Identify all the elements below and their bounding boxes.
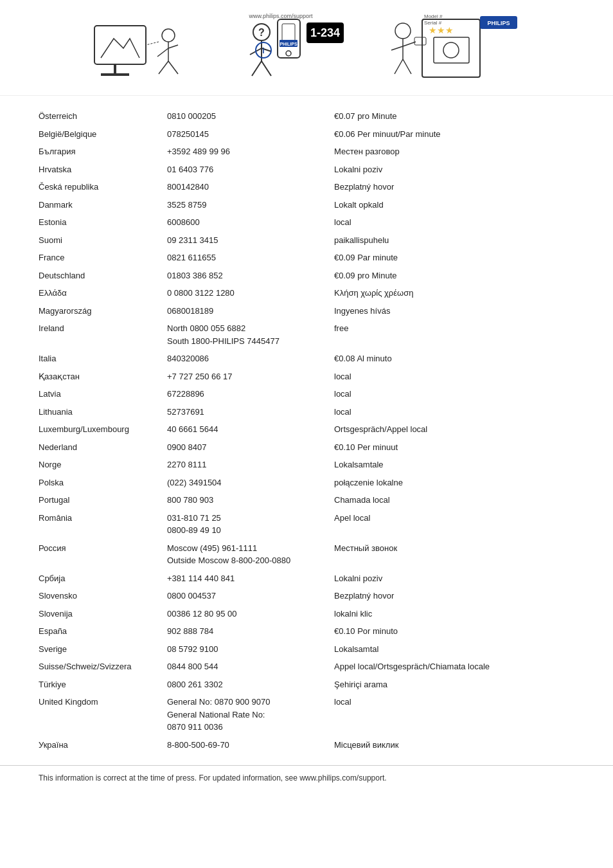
country-cell: Nederland (39, 439, 167, 457)
footer-note: This information is correct at the time … (0, 765, 613, 794)
table-row: България+3592 489 99 96Местен разговор (39, 143, 574, 161)
table-row: РоссияMoscow (495) 961-1111Outside Mosco… (39, 539, 574, 570)
rate-cell: €0.07 pro Minute (334, 107, 574, 125)
country-cell: Magyarország (39, 302, 167, 320)
country-cell: Česká republika (39, 178, 167, 196)
svg-text:i: i (262, 46, 264, 55)
phone-cell: 0 0800 3122 1280 (167, 284, 334, 302)
table-row: Slovensko0800 004537Bezplatný hovor (39, 587, 574, 605)
rate-cell: Місцевий виклик (334, 736, 574, 754)
country-cell: Estonia (39, 213, 167, 231)
table-row: Danmark3525 8759Lokalt opkald (39, 196, 574, 214)
rate-cell: Bezplatný hovor (334, 587, 574, 605)
table-row: Česká republika800142840Bezplatný hovor (39, 178, 574, 196)
right-figure: ★★★ PHILIPS Model # Serial # (391, 14, 517, 77)
table-row: Polska(022) 3491504połączenie lokalne (39, 474, 574, 492)
table-row: IrelandNorth 0800 055 6882South 1800-PHI… (39, 320, 574, 350)
phone-cell: 67228896 (167, 385, 334, 403)
left-figure (94, 26, 178, 76)
svg-text:www.philips.com/support: www.philips.com/support (248, 13, 313, 19)
phone-cell: +7 727 250 66 17 (167, 368, 334, 386)
rate-cell: Ingyenes hívás (334, 302, 574, 320)
table-row: Luxemburg/Luxembourg40 6661 5644Ortsgesp… (39, 420, 574, 439)
country-cell: España (39, 622, 167, 640)
rate-cell: lokalni klic (334, 605, 574, 623)
table-row: Österreich0810 000205€0.07 pro Minute (39, 107, 574, 125)
phone-cell: Moscow (495) 961-1111Outside Moscow 8-80… (167, 539, 334, 570)
center-figure: ? www.philips.com/support 1-234 PHILIPS … (248, 13, 344, 76)
phone-cell: 0680018189 (167, 302, 334, 320)
rate-cell: €0.06 Per minuut/Par minute (334, 125, 574, 143)
svg-text:Model #: Model # (424, 14, 443, 19)
svg-text:Serial #: Serial # (424, 20, 442, 26)
phone-cell: 0821 611655 (167, 249, 334, 267)
country-cell: France (39, 249, 167, 267)
rate-cell: Appel local/Ortsgespräch/Chiamata locale (334, 658, 574, 676)
table-row: Hrvatska01 6403 776Lokalni poziv (39, 161, 574, 179)
phone-cell: 800142840 (167, 178, 334, 196)
rate-cell: local (334, 213, 574, 231)
table-row: Deutschland01803 386 852€0.09 pro Minute (39, 267, 574, 285)
rate-cell: Apel local (334, 509, 574, 539)
table-row: France0821 611655€0.09 Par minute (39, 249, 574, 267)
svg-point-31 (443, 42, 459, 58)
rate-cell: local (334, 403, 574, 421)
country-cell: Україна (39, 736, 167, 754)
country-cell: Latvia (39, 385, 167, 403)
phone-cell: +381 114 440 841 (167, 570, 334, 588)
svg-line-7 (159, 61, 168, 74)
rate-cell: €0.09 Par minute (334, 249, 574, 267)
svg-rect-1 (114, 64, 116, 73)
table-row: Sverige08 5792 9100Lokalsamtal (39, 640, 574, 658)
svg-point-36 (395, 23, 411, 39)
country-cell: Hrvatska (39, 161, 167, 179)
svg-line-16 (262, 61, 271, 76)
table-row: United KingdomGeneral No: 0870 900 9070G… (39, 693, 574, 736)
country-cell: Österreich (39, 107, 167, 125)
svg-rect-2 (101, 73, 129, 76)
rate-cell: Lokalni poziv (334, 161, 574, 179)
phone-cell: 8-800-500-69-70 (167, 736, 334, 754)
rate-cell: €0.10 Per minuut (334, 439, 574, 457)
phone-cell: General No: 0870 900 9070General Nationa… (167, 693, 334, 736)
country-cell: Italia (39, 350, 167, 368)
phone-cell: 902 888 784 (167, 622, 334, 640)
phone-cell: 01803 386 852 (167, 267, 334, 285)
country-cell: België/Belgique (39, 125, 167, 143)
svg-point-3 (162, 29, 175, 42)
svg-text:PHILIPS: PHILIPS (487, 20, 510, 26)
phone-cell: 00386 12 80 95 00 (167, 605, 334, 623)
rate-cell: free (334, 320, 574, 350)
country-cell: Sverige (39, 640, 167, 658)
svg-point-19 (286, 51, 291, 56)
svg-line-5 (157, 48, 168, 57)
header-illustration: ? www.philips.com/support 1-234 PHILIPS … (0, 6, 613, 90)
rate-cell: €0.09 pro Minute (334, 267, 574, 285)
country-cell: Россия (39, 539, 167, 570)
header-area: ? www.philips.com/support 1-234 PHILIPS … (0, 0, 613, 96)
svg-line-41 (403, 59, 411, 74)
table-row: Slovenija00386 12 80 95 00lokalni klic (39, 605, 574, 623)
svg-rect-20 (282, 24, 295, 42)
phone-cell: 800 780 903 (167, 491, 334, 509)
country-cell: United Kingdom (39, 693, 167, 736)
rate-cell: Местен разговор (334, 143, 574, 161)
phone-cell: 6008600 (167, 213, 334, 231)
table-row: España902 888 784€0.10 Por minuto (39, 622, 574, 640)
phone-cell: 078250145 (167, 125, 334, 143)
country-cell: Ελλάδα (39, 284, 167, 302)
phone-cell: 0800 261 3302 (167, 676, 334, 694)
country-cell: Norge (39, 456, 167, 474)
rate-cell: Lokalni poziv (334, 570, 574, 588)
country-cell: Slovensko (39, 587, 167, 605)
country-cell: Polska (39, 474, 167, 492)
country-cell: Slovenija (39, 605, 167, 623)
phone-cell: 0844 800 544 (167, 658, 334, 676)
svg-text:PHILIPS: PHILIPS (280, 42, 298, 46)
svg-line-15 (252, 61, 262, 76)
rate-cell: Bezplatný hovor (334, 178, 574, 196)
country-cell: România (39, 509, 167, 539)
rate-cell: Ortsgespräch/Appel local (334, 420, 574, 439)
country-cell: Portugal (39, 491, 167, 509)
rate-cell: Şehiriçi arama (334, 676, 574, 694)
